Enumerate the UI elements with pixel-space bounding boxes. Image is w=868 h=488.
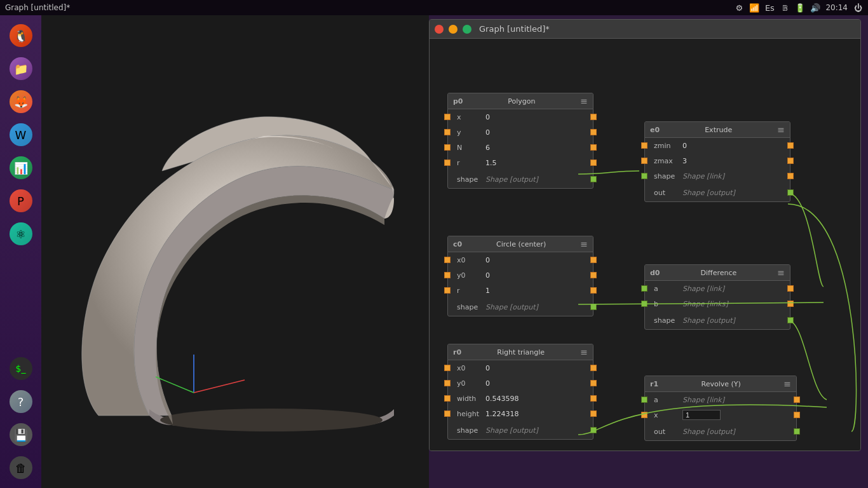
label-r0-y0: y0 — [448, 379, 483, 388]
port-e0-zmax-right — [787, 158, 794, 164]
input-r1-x[interactable] — [682, 410, 721, 420]
label-r1-x: x — [645, 411, 680, 419]
terminal-icon: $_ — [10, 357, 32, 380]
power-icon[interactable]: ⏻ — [853, 3, 863, 13]
battery-icon: 🔋 — [795, 3, 805, 13]
value-e0-shape: Shape [link] — [680, 172, 790, 180]
impress-icon: P — [10, 189, 32, 212]
node-e0-row-out: out Shape [output] — [645, 184, 790, 201]
volume-icon[interactable]: 🔊 — [810, 3, 820, 13]
node-r1: r1 Revolve (Y) ≡ a Shape [link] x out Sh… — [644, 376, 797, 441]
node-e0-row-zmin: zmin 0 — [645, 138, 790, 153]
port-r0-y0-left — [444, 380, 451, 386]
port-r0-y0-right — [590, 380, 597, 386]
sidebar-item-atom[interactable]: ⚛ — [6, 219, 36, 249]
sidebar-item-calc[interactable]: 📊 — [6, 152, 36, 183]
node-p0-id: p0 — [453, 97, 463, 105]
node-r1-row-out: out Shape [output] — [645, 423, 796, 440]
node-c0-row-r: r 1 — [448, 283, 593, 298]
value-shape: Shape [output] — [483, 175, 593, 184]
port-p0-n-left — [444, 144, 451, 151]
port-e0-shape-left — [641, 173, 648, 179]
value-r1-a: Shape [link] — [680, 396, 796, 404]
label-r0-shape: shape — [448, 426, 483, 435]
node-d0-type: Difference — [701, 269, 737, 277]
node-r1-menu[interactable]: ≡ — [783, 379, 791, 389]
node-c0-header: c0 Circle (center) ≡ — [448, 236, 593, 252]
wifi-icon[interactable]: 📶 — [749, 3, 759, 13]
clock: 20:14 — [825, 3, 848, 12]
node-c0-row-y0: y0 0 — [448, 268, 593, 283]
node-r0-row-height: height 1.224318 — [448, 406, 593, 421]
viewport[interactable] — [41, 15, 429, 488]
label-r: r — [448, 159, 483, 167]
node-r0: r0 Right triangle ≡ x0 0 y0 0 width 0.54… — [447, 344, 593, 440]
label-e0-out: out — [645, 189, 680, 197]
sidebar-item-firefox[interactable]: 🦊 — [6, 86, 36, 117]
window-maximize-button[interactable] — [463, 25, 471, 34]
sidebar-item-disk[interactable]: 💾 — [6, 419, 36, 450]
port-d0-b-right — [787, 301, 794, 307]
sidebar-item-help[interactable]: ? — [6, 386, 36, 417]
node-c0-row-x0: x0 0 — [448, 252, 593, 268]
sidebar-item-writer[interactable]: W — [6, 119, 36, 150]
port-r0-x0-right — [590, 365, 597, 371]
label-d0-b: b — [645, 300, 680, 308]
window-close-button[interactable] — [435, 25, 444, 34]
port-p0-x-left — [444, 114, 451, 120]
node-r1-type: Revolve (Y) — [702, 380, 741, 388]
port-r0-height-left — [444, 410, 451, 417]
settings-icon[interactable]: ⚙ — [734, 3, 744, 13]
port-p0-r-right — [590, 159, 597, 166]
node-p0-type: Polygon — [508, 97, 535, 105]
files-icon: 📁 — [10, 57, 32, 80]
node-p0-menu[interactable]: ≡ — [580, 96, 588, 106]
value-d0-a: Shape [link] — [680, 285, 790, 293]
label-c0-r: r — [448, 287, 483, 295]
topbar-right: ⚙ 📶 Es 𝔹 🔋 🔊 20:14 ⏻ — [734, 3, 863, 13]
sidebar-item-impress[interactable]: P — [6, 186, 36, 216]
node-e0-id: e0 — [650, 126, 660, 134]
label-zmax: zmax — [645, 157, 680, 165]
label-c0-x0: x0 — [448, 256, 483, 264]
node-e0-menu[interactable]: ≡ — [777, 125, 785, 135]
value-r0-height: 1.224318 — [483, 410, 593, 418]
label-c0-y0: y0 — [448, 271, 483, 280]
port-c0-x0-left — [444, 257, 451, 263]
port-r0-x0-left — [444, 365, 451, 371]
value-e0-out: Shape [output] — [680, 189, 790, 197]
sidebar-item-terminal[interactable]: $_ — [6, 353, 36, 384]
node-r1-row-x: x — [645, 407, 796, 423]
calc-icon: 📊 — [10, 156, 32, 179]
node-p0-row-shape: shape Shape [output] — [448, 170, 593, 188]
label-shape: shape — [448, 175, 483, 184]
port-d0-a-left — [641, 285, 648, 292]
port-e0-out-right — [787, 189, 794, 196]
port-r1-a-right — [794, 396, 800, 403]
node-p0-header: p0 Polygon ≡ — [448, 93, 593, 109]
port-p0-y-left — [444, 129, 451, 135]
port-r1-x-left — [641, 412, 648, 418]
svg-point-0 — [160, 409, 383, 431]
node-e0-type: Extrude — [705, 126, 732, 134]
node-p0-row-y: y 0 — [448, 125, 593, 140]
sidebar-item-ubuntu[interactable]: 🐧 — [6, 20, 36, 51]
port-d0-a-right — [787, 285, 794, 292]
node-d0-menu[interactable]: ≡ — [777, 268, 785, 278]
sidebar-item-trash[interactable]: 🗑 — [6, 452, 36, 483]
node-c0-type: Circle (center) — [496, 240, 546, 248]
bluetooth-icon[interactable]: 𝔹 — [780, 3, 790, 13]
value-d0-b: Shape [links] — [680, 300, 790, 308]
port-e0-zmin-left — [641, 142, 648, 149]
label-zmin: zmin — [645, 142, 680, 150]
sidebar-item-files[interactable]: 📁 — [6, 53, 36, 84]
graph-canvas[interactable]: p0 Polygon ≡ x 0 y 0 N 6 — [430, 39, 860, 451]
port-e0-zmax-left — [641, 158, 648, 164]
window-minimize-button[interactable] — [449, 25, 458, 34]
node-r0-menu[interactable]: ≡ — [580, 347, 588, 357]
value-c0-x0: 0 — [483, 256, 593, 264]
value-d0-shape: Shape [output] — [680, 316, 790, 325]
node-c0-menu[interactable]: ≡ — [580, 239, 588, 249]
topbar: Graph [untitled]* ⚙ 📶 Es 𝔹 🔋 🔊 20:14 ⏻ — [0, 0, 868, 15]
port-e0-zmin-right — [787, 142, 794, 149]
